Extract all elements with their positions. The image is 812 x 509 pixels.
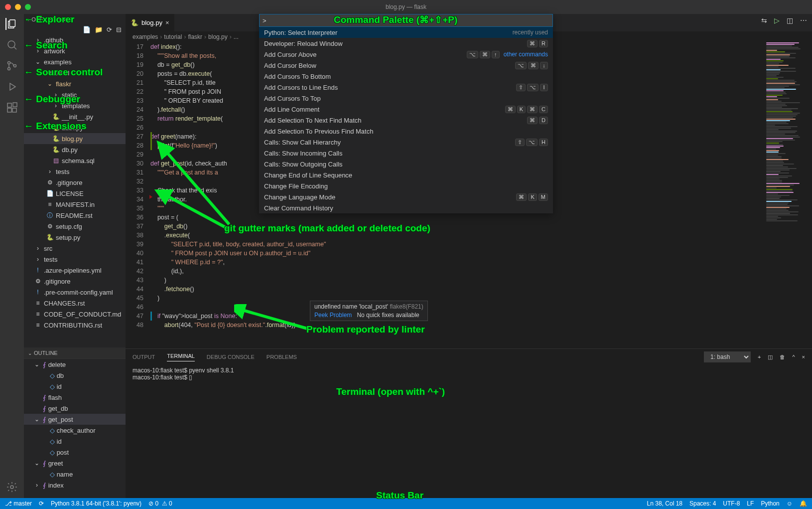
palette-item[interactable]: Calls: Show Outgoing Calls (259, 159, 553, 170)
palette-item[interactable]: Add Cursors To Bottom (259, 71, 553, 82)
sync-status[interactable]: ⟳ (39, 500, 44, 507)
palette-item[interactable]: Add Cursors to Line Ends⇧⌥I (259, 82, 553, 93)
palette-item[interactable]: Change File Encoding (259, 180, 553, 191)
breadcrumb-item[interactable]: flaskr (188, 33, 202, 40)
close-tab-icon[interactable]: × (165, 19, 169, 26)
explorer-root-header[interactable]: 📄 📁 ⟳ ⊟ (24, 25, 126, 34)
tree-item[interactable]: 🐍auth.py (24, 122, 126, 133)
tree-item[interactable]: ≡CHANGES.rst (24, 298, 126, 309)
close-window[interactable] (5, 4, 11, 10)
outline-item[interactable]: ◇ name (24, 469, 126, 480)
tab-blog-py[interactable]: 🐍 blog.py × (126, 14, 174, 31)
tree-item[interactable]: ›artwork (24, 45, 126, 56)
source-control-icon[interactable] (6, 60, 18, 72)
tree-item[interactable]: !.pre-commit-config.yaml (24, 287, 126, 298)
problems-status[interactable]: ⊘ 0 ⚠ 0 (148, 500, 172, 507)
tree-item[interactable]: ≡CONTRIBUTING.rst (24, 320, 126, 331)
palette-item[interactable]: Change Language Mode⌘KM (259, 191, 553, 202)
tree-item[interactable]: ⌄tutorial (24, 67, 126, 78)
kill-terminal-icon[interactable]: 🗑 (780, 354, 785, 360)
minimap[interactable] (764, 42, 812, 348)
open-editors-header[interactable]: ›OPEN EDITORS (24, 14, 126, 25)
outline-item[interactable]: ⌄⨐ greet (24, 458, 126, 469)
collapse-icon[interactable]: ⊟ (116, 26, 122, 33)
tree-item[interactable]: ⌄flaskr (24, 78, 126, 89)
palette-item[interactable]: Add Selection To Previous Find Match (259, 126, 553, 137)
outline-item[interactable]: ◇ id (24, 381, 126, 392)
panel-tab[interactable]: PROBLEMS (267, 354, 297, 360)
split-editor-icon[interactable]: ◫ (787, 16, 793, 24)
breadcrumb-item[interactable]: blog.py (208, 33, 228, 40)
more-actions-icon[interactable]: ⋯ (800, 16, 807, 24)
debug-icon[interactable] (6, 81, 18, 93)
tree-item[interactable]: ⌄examples (24, 56, 126, 67)
palette-item[interactable]: Calls: Show Incoming Calls (259, 148, 553, 159)
tree-item[interactable]: ⚙setup.cfg (24, 221, 126, 232)
interpreter-status[interactable]: Python 3.8.1 64-bit ('3.8.1': pyenv) (51, 500, 141, 507)
outline-header[interactable]: ⌄OUTLINE (24, 347, 126, 358)
maximize-panel-icon[interactable]: ^ (792, 354, 795, 360)
panel-tab[interactable]: DEBUG CONSOLE (207, 354, 255, 360)
tree-item[interactable]: ›.github (24, 34, 126, 45)
breadcrumb-item[interactable]: tutorial (164, 33, 182, 40)
close-panel-icon[interactable]: × (802, 354, 805, 360)
notifications-icon[interactable]: 🔔 (800, 500, 807, 507)
tree-item[interactable]: ≡MANIFEST.in (24, 199, 126, 210)
tree-item[interactable]: 🐍__init__.py (24, 111, 126, 122)
feedback-icon[interactable]: ☺ (787, 500, 793, 507)
tree-item[interactable]: ›static (24, 89, 126, 100)
palette-item[interactable]: Change End of Line Sequence (259, 170, 553, 180)
language-status[interactable]: Python (761, 500, 779, 507)
split-terminal-icon[interactable]: ◫ (768, 354, 773, 360)
tree-item[interactable]: 🐍blog.py (24, 133, 126, 144)
outline-item[interactable]: ◇ post (24, 447, 126, 458)
tree-item[interactable]: ›src (24, 243, 126, 254)
tree-item[interactable]: ⓘREADME.rst (24, 210, 126, 221)
run-icon[interactable]: ▷ (774, 16, 780, 24)
eol-status[interactable]: LF (747, 500, 754, 507)
outline-item[interactable]: ◇ db (24, 370, 126, 381)
tree-item[interactable]: 📄LICENSE (24, 188, 126, 199)
outline-item[interactable]: ⌄⨐ get_post (24, 414, 126, 425)
palette-item[interactable]: Clear Command History (259, 202, 553, 213)
palette-item[interactable]: Add Cursors To Top (259, 93, 553, 104)
breadcrumb-item[interactable]: ... (234, 33, 239, 40)
encoding-status[interactable]: UTF-8 (723, 500, 740, 507)
palette-item[interactable]: Developer: Reload Window⌘R (259, 38, 553, 49)
search-icon[interactable] (6, 39, 18, 51)
refresh-icon[interactable]: ⟳ (107, 26, 112, 33)
tree-item[interactable]: ≡CODE_OF_CONDUCT.md (24, 309, 126, 320)
compare-changes-icon[interactable]: ⇆ (761, 16, 767, 24)
panel-tab[interactable]: TERMINAL (167, 353, 195, 361)
tree-item[interactable]: !.azure-pipelines.yml (24, 265, 126, 276)
terminal[interactable]: macos-10:flask test$ pyenv shell 3.8.1ma… (126, 365, 812, 498)
terminal-select[interactable]: 1: bash (704, 351, 751, 362)
outline-item[interactable]: ›⨐ index (24, 480, 126, 491)
tree-item[interactable]: 🐍setup.py (24, 232, 126, 243)
new-terminal-icon[interactable]: + (758, 354, 761, 360)
tree-item[interactable]: ⚙.gitignore (24, 177, 126, 188)
new-file-icon[interactable]: 📄 (83, 26, 91, 33)
minimize-window[interactable] (15, 4, 21, 10)
command-palette-input[interactable] (259, 14, 553, 27)
outline-item[interactable]: ⌄⨐ delete (24, 359, 126, 370)
cursor-position[interactable]: Ln 38, Col 18 (647, 500, 682, 507)
tree-item[interactable]: ›tests (24, 254, 126, 265)
palette-item[interactable]: Python: Select Interpreterrecently used (259, 27, 553, 38)
settings-icon[interactable] (6, 481, 18, 493)
tree-item[interactable]: 🐍db.py (24, 144, 126, 155)
palette-item[interactable]: Add Line Comment⌘K⌘C (259, 104, 553, 115)
branch-status[interactable]: ⎇ master (5, 500, 32, 507)
palette-item[interactable]: Add Cursor Above⌥⌘↑other commands (259, 49, 553, 60)
tree-item[interactable]: ⚙.gitignore (24, 276, 126, 287)
tree-item[interactable]: ▤schema.sql (24, 155, 126, 166)
breadcrumb-item[interactable]: examples (133, 33, 158, 40)
tree-item[interactable]: ›tests (24, 166, 126, 177)
palette-item[interactable]: Calls: Show Call Hierarchy⇧⌥H (259, 137, 553, 148)
outline-item[interactable]: ⨐ get_db (24, 403, 126, 414)
palette-item[interactable]: Add Selection To Next Find Match⌘D (259, 115, 553, 126)
explorer-icon[interactable] (5, 18, 17, 30)
tree-item[interactable]: ›templates (24, 100, 126, 111)
peek-problem-link[interactable]: Peek Problem (314, 312, 352, 319)
extensions-icon[interactable] (6, 102, 18, 114)
